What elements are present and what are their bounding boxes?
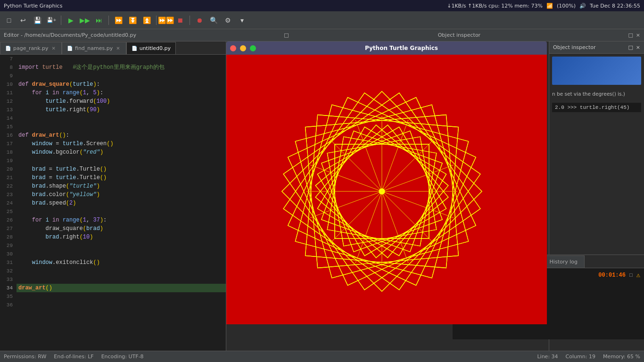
code-line: 22 brad.shape("turtle") <box>0 182 226 190</box>
tab-label-1: find_names.py <box>75 45 113 51</box>
timer-badge: 00:01:46 <box>598 272 626 279</box>
toolbar-sep-4 <box>190 16 190 25</box>
code-line: 20 brad = turtle.Turtle() <box>0 165 226 173</box>
tab-find-names[interactable]: 📄 find_names.py ✕ <box>62 42 126 54</box>
editor-path: Editor - /home/xu/Documents/Py_code/unti… <box>4 32 136 38</box>
toolbar-settings[interactable]: ⚙ <box>222 14 234 26</box>
turtle-close-btn[interactable] <box>230 45 236 51</box>
code-line: 36 <box>0 301 226 309</box>
tab-history-log[interactable]: History log <box>543 255 585 268</box>
tab-label-0: page_rank.py <box>13 45 49 51</box>
toolbar-sep-3 <box>156 16 157 25</box>
expand-icon[interactable]: □ <box>629 272 633 278</box>
status-bar: Permissions: RW End-of-lines: LF Encodin… <box>0 351 644 362</box>
status-line-endings: End-of-lines: LF <box>54 354 93 360</box>
code-line: 33 <box>0 275 226 284</box>
system-time: Tue Dec 8 22:36:55 <box>590 3 640 9</box>
status-line: Line: 34 <box>537 354 558 360</box>
inspector-title: Object inspector <box>553 44 595 50</box>
code-line: 32 <box>0 267 226 275</box>
toolbar-stop[interactable]: ⏹ <box>174 14 186 26</box>
toolbar-sep-2 <box>108 16 109 25</box>
code-line: 14 <box>0 114 226 123</box>
code-line: 23 brad.color("yellow") <box>0 190 226 199</box>
toolbar-run[interactable]: ▶ <box>65 14 77 26</box>
status-column: Column: 19 <box>566 354 595 360</box>
object-inspector-title: Object inspector <box>438 32 480 38</box>
code-editor[interactable]: 7 8 import turtle #这个是python里用来画graph的包 … <box>0 55 226 351</box>
code-line: 31 window.exitonclick() <box>0 258 226 267</box>
tab-close-0[interactable]: ✕ <box>51 46 57 51</box>
toolbar-save-all[interactable]: 💾+ <box>45 14 58 26</box>
system-bar-right: ↓1KB/s ↑1KB/s cpu: 12% mem: 73% 📶 (100%)… <box>447 3 640 9</box>
inspector-close-btn[interactable]: × <box>636 32 640 38</box>
code-line: 18 window.bgcolor("red") <box>0 148 226 156</box>
code-line: 19 <box>0 156 226 165</box>
bottom-controls: 00:01:46 □ ⚠ <box>598 271 640 279</box>
toolbar-save[interactable]: 💾 <box>31 14 43 26</box>
volume-icon: 🔊 <box>579 3 586 9</box>
code-line: 21 brad = turtle.Turtle() <box>0 173 226 182</box>
system-bar-left: Python Turtle Graphics <box>4 3 62 9</box>
tab-icon-0: 📄 <box>5 46 11 51</box>
inspector-expand-btn[interactable]: □ <box>628 32 633 38</box>
toolbar-step-into[interactable]: ⏬ <box>126 14 139 26</box>
net-stats: ↓1KB/s ↑1KB/s cpu: 12% mem: 73% <box>447 3 543 9</box>
inspector-titlebar: Object inspector □ × <box>549 41 644 54</box>
toolbar-sep-1 <box>61 16 61 25</box>
title-bar: Editor - /home/xu/Documents/Py_code/unti… <box>0 29 644 41</box>
status-memory: Memory: 65 % <box>603 354 640 360</box>
toolbar-more[interactable]: ▾ <box>236 14 248 26</box>
inspector-close-icon[interactable]: × <box>636 44 640 50</box>
tab-label-2: untitled0.py <box>140 45 171 51</box>
minimize-btn[interactable]: □ <box>284 32 289 38</box>
toolbar-undo[interactable]: ↩ <box>17 14 29 26</box>
toolbar-step-return[interactable]: ⏫ <box>140 14 153 26</box>
code-line: 8 import turtle #这个是python里用来画graph的包 <box>0 63 226 72</box>
toolbar-debug[interactable]: ⏭ <box>93 14 105 26</box>
code-line: 27 draw_square(brad) <box>0 224 226 233</box>
code-line: 13 turtle.right(90) <box>0 106 226 114</box>
turtle-titlebar: Python Turtle Graphics <box>226 41 547 55</box>
battery-status: (100%) <box>557 3 576 9</box>
code-line: 10 def draw_square(turtle): <box>0 80 226 89</box>
code-line: 16 def draw_art(): <box>0 131 226 140</box>
code-line: 9 <box>0 72 226 80</box>
tab-close-1[interactable]: ✕ <box>115 46 121 51</box>
toolbar-step[interactable]: ⏩ <box>112 14 124 26</box>
turtle-min-btn[interactable] <box>240 45 246 51</box>
tab-icon-1: 📄 <box>67 46 73 51</box>
toolbar-run-all[interactable]: ▶▶ <box>79 14 91 26</box>
app-title: Python Turtle Graphics <box>4 3 62 9</box>
turtle-max-btn[interactable] <box>250 45 256 51</box>
code-panel: 📄 page_rank.py ✕ 📄 find_names.py ✕ 📄 unt… <box>0 41 226 351</box>
code-line: 15 <box>0 123 226 131</box>
tab-bar: 📄 page_rank.py ✕ 📄 find_names.py ✕ 📄 unt… <box>0 41 226 55</box>
warning-icon: ⚠ <box>636 271 640 279</box>
turtle-window-title: Python Turtle Graphics <box>260 45 543 51</box>
inspector-blue-bar <box>552 57 641 85</box>
tab-icon-2: 📄 <box>132 46 137 51</box>
tab-page-rank[interactable]: 📄 page_rank.py ✕ <box>0 42 62 54</box>
turtle-window[interactable]: Python Turtle Graphics <box>226 41 547 324</box>
inspector-description: n be set via the degrees() is.) <box>549 88 644 101</box>
wifi-icon: 📶 <box>546 3 553 9</box>
toolbar-continue[interactable]: ⏩⏩ <box>160 14 172 26</box>
editor-toolbar: □ ↩ 💾 💾+ ▶ ▶▶ ⏭ ⏩ ⏬ ⏫ ⏩⏩ ⏹ ⏺ 🔍 ⚙ ▾ <box>0 11 644 29</box>
toolbar-inspect[interactable]: 🔍 <box>207 14 220 26</box>
code-line: 12 turtle.forward(100) <box>0 97 226 106</box>
tab-untitled[interactable]: 📄 untitled0.py <box>126 42 176 54</box>
code-line: 26 for i in range(1, 37): <box>0 216 226 224</box>
code-line: 11 for i in range(1, 5): <box>0 89 226 97</box>
toolbar-new[interactable]: □ <box>3 14 15 26</box>
status-permissions: Permissions: RW <box>4 354 46 360</box>
inspector-expand-icon[interactable]: □ <box>628 44 633 50</box>
turtle-canvas[interactable] <box>226 55 547 324</box>
code-line: 24 brad.speed(2) <box>0 199 226 207</box>
toolbar-breakpoint[interactable]: ⏺ <box>193 14 206 26</box>
inspector-console-line: 2.0 >>> turtle.right(45) <box>552 103 641 112</box>
code-line: 7 <box>0 55 226 63</box>
app-wrapper: Python Turtle Graphics ↓1KB/s ↑1KB/s cpu… <box>0 0 644 362</box>
code-line-active: 34 draw_art() <box>0 284 226 292</box>
code-line: 17 window = turtle.Screen() <box>0 140 226 148</box>
